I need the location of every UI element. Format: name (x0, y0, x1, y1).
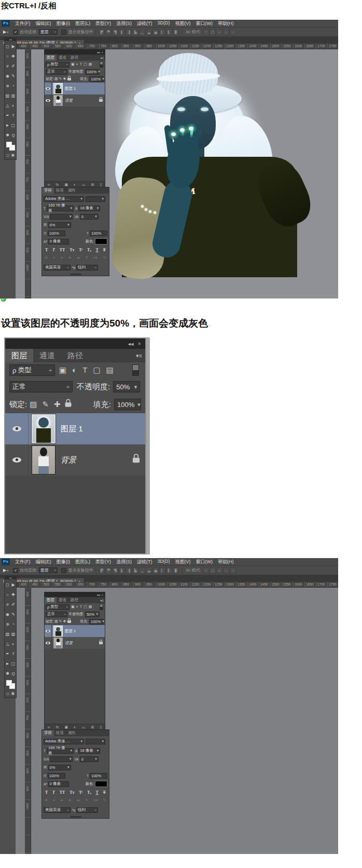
leading-value[interactable]: 18 像素 ▾ (78, 748, 100, 754)
tab-paths[interactable]: 路径 (61, 349, 89, 362)
underline-icon[interactable]: T (95, 248, 98, 252)
faux-italic-icon[interactable]: T (52, 790, 55, 795)
brush-tool-icon[interactable]: ✎ (10, 71, 16, 81)
tab-paragraph[interactable]: 段落 (54, 730, 66, 736)
pen-tool-icon[interactable]: ✒ (5, 111, 10, 120)
adjustment-filter-icon[interactable]: ◐ (72, 365, 77, 375)
lock-transparency-icon[interactable]: ▨ (54, 619, 58, 623)
tab-channels[interactable]: 通道 (57, 597, 68, 603)
align-right-icon[interactable]: ▜ (112, 567, 118, 574)
font-style-dropdown[interactable]: ▾ (86, 739, 105, 744)
type-filter-icon[interactable]: T (80, 605, 82, 609)
type-tool-icon[interactable]: T (10, 111, 16, 120)
menu-item[interactable]: 滤镜(T) (134, 559, 155, 565)
titling-alternates-icon[interactable]: T (86, 798, 88, 802)
shape-tool-icon[interactable]: ▢ (10, 120, 16, 130)
close-panel-icon[interactable]: × (101, 51, 103, 54)
superscript-icon[interactable]: Tˢ (79, 790, 82, 795)
brush-tool-icon[interactable]: ✎ (10, 609, 16, 619)
auto-select-target-dropdown[interactable]: 图层 ÷ (39, 567, 58, 573)
link-layers-icon[interactable]: ∞ (48, 183, 50, 187)
filter-toggle-switch[interactable] (100, 604, 103, 610)
menu-item[interactable]: 选择(S) (114, 20, 134, 27)
layer-group-icon[interactable]: ▭ (82, 183, 86, 187)
lasso-tool-icon[interactable]: ○ (5, 51, 10, 61)
align-top-icon[interactable]: ▌ (119, 29, 125, 35)
filter-type-dropdown[interactable]: ρ 类型 ÷ (46, 62, 69, 67)
fill-value[interactable]: 100% ▾ (89, 619, 104, 625)
contextual-alternates-icon[interactable]: σ (53, 255, 55, 260)
filter-toggle-switch[interactable] (100, 61, 103, 67)
delete-layer-icon[interactable]: ▯ (100, 725, 102, 729)
fill-value[interactable]: 100% ▾ (89, 76, 104, 82)
lock-position-icon[interactable]: ✚ (63, 77, 66, 81)
blur-tool-icon[interactable]: △ (5, 101, 10, 111)
panel-menu-icon[interactable]: ▾≡ (100, 599, 104, 602)
leading-value[interactable]: 18 像素 ▾ (78, 206, 100, 211)
filter-type-dropdown[interactable]: ρ 类型 ÷ (9, 364, 55, 376)
menu-item[interactable]: 编辑(E) (33, 20, 54, 27)
dist-bottom-icon[interactable]: ▅ (152, 567, 159, 574)
tab-character[interactable]: 字符 (42, 187, 54, 194)
font-family-dropdown[interactable]: Adobe 黑体 ... ▾ (44, 739, 84, 744)
tab-paths[interactable]: 路径 (68, 55, 80, 61)
stylistic-alternates-icon[interactable]: aa (77, 255, 80, 260)
strikethrough-icon[interactable]: T (103, 790, 106, 795)
3d-drag-icon[interactable]: + (216, 567, 222, 574)
swash-icon[interactable]: A (68, 798, 71, 802)
layer-row-selected[interactable]: 图层 1 (5, 413, 145, 445)
menu-item[interactable]: 类型(Y) (93, 20, 114, 27)
dist-top-icon[interactable]: ▁ (139, 567, 145, 574)
blend-mode-dropdown[interactable]: 正常 ÷ (46, 69, 67, 75)
move-tool-icon[interactable]: ▶ (10, 580, 16, 590)
tab-paragraph[interactable]: 段落 (54, 187, 66, 194)
lock-transparency-icon[interactable]: ▨ (54, 77, 58, 81)
tab-channels[interactable]: 通道 (33, 349, 61, 362)
font-size-value[interactable]: 169.76 像素 ▾ (47, 748, 74, 754)
collapse-panel-icon[interactable]: ◂◂ (128, 341, 134, 347)
menu-item[interactable]: 类型(Y) (93, 559, 114, 565)
quick-mask-icon[interactable]: ◻ (6, 153, 9, 157)
panel-resize-handle[interactable] (70, 816, 81, 818)
ligatures-icon[interactable]: fi (45, 255, 47, 260)
eye-icon[interactable] (46, 630, 50, 632)
link-layers-icon[interactable]: ∞ (48, 725, 50, 729)
collapse-panel-icon[interactable]: ◂◂ (96, 50, 100, 54)
eye-icon[interactable] (46, 87, 50, 90)
menu-item[interactable]: 滤镜(T) (134, 20, 155, 27)
tool-preset-caret-icon[interactable]: ▾ (7, 30, 8, 34)
shape-tool-icon[interactable]: ▢ (10, 659, 16, 669)
layer-thumbnail[interactable] (32, 414, 55, 443)
screen-mode-icon[interactable]: ▣ (11, 153, 15, 157)
screen-mode-icon[interactable]: ▣ (11, 691, 15, 696)
align-bottom-icon[interactable]: ▙ (132, 29, 138, 35)
all-caps-icon[interactable]: TT (60, 248, 65, 252)
tab-layers[interactable]: 图层 (45, 597, 57, 603)
new-layer-icon[interactable]: ⊞ (91, 183, 94, 187)
path-select-tool-icon[interactable]: ► (5, 659, 10, 669)
hand-tool-icon[interactable]: ✱ (5, 130, 10, 140)
dist-center-h-icon[interactable]: ▍ (166, 567, 172, 574)
subscript-icon[interactable]: Tₓ (87, 248, 91, 252)
opacity-value[interactable]: 50% ▾ (113, 381, 140, 392)
panel-resize-handle[interactable] (70, 274, 81, 275)
tab-character[interactable]: 字符 (42, 730, 54, 736)
tab-channels[interactable]: 通道 (57, 55, 68, 61)
layer-thumbnail[interactable] (53, 83, 63, 94)
strikethrough-icon[interactable]: T (103, 248, 106, 252)
pixel-filter-icon[interactable]: ▣ (71, 605, 75, 609)
move-tool-icon[interactable]: ▶ (10, 42, 16, 51)
panel-menu-icon[interactable]: ▾≡ (100, 56, 104, 60)
layer-mask-icon[interactable]: ▣ (64, 725, 68, 729)
align-left-icon[interactable]: ▛ (99, 567, 105, 574)
healing-brush-tool-icon[interactable]: ◉ (5, 71, 10, 81)
horizontal-scale-value[interactable]: 100% (90, 773, 107, 779)
adjustment-layer-icon[interactable]: ◐ (74, 183, 76, 187)
pen-tool-icon[interactable]: ✒ (5, 649, 10, 659)
layer-row-background[interactable]: 背景 (45, 637, 105, 649)
menu-item[interactable]: 3D(D) (155, 20, 173, 27)
kerning-value[interactable]: ▾ (50, 214, 73, 220)
dist-right-icon[interactable]: ▊ (173, 29, 179, 35)
lock-transparency-icon[interactable]: ▨ (30, 400, 37, 409)
type-filter-icon[interactable]: T (80, 62, 82, 66)
